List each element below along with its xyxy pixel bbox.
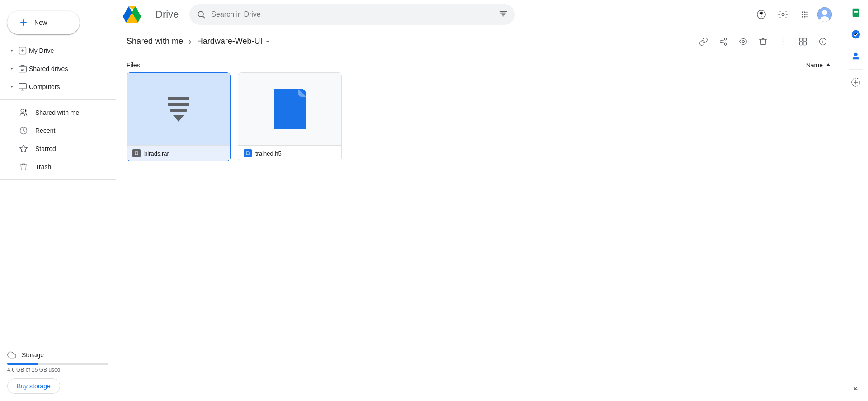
apps-button[interactable]	[796, 5, 814, 24]
sidebar-item-my-drive[interactable]: My Drive	[0, 42, 112, 60]
files-header: Files Name	[127, 54, 832, 72]
svg-point-9	[804, 11, 805, 13]
breadcrumb-current-label: Hardware-Web-UI	[197, 37, 263, 46]
sort-label: Name	[806, 61, 823, 69]
view-grid-button[interactable]	[794, 33, 812, 51]
file-card-trained-h5[interactable]: trained.h5	[238, 72, 342, 161]
sidebar-item-starred[interactable]: Starred	[0, 140, 112, 158]
svg-point-16	[806, 16, 807, 17]
sort-control[interactable]: Name	[806, 61, 832, 69]
avatar[interactable]	[817, 7, 832, 22]
sidebar-item-computers[interactable]: Computers	[0, 78, 112, 96]
sidebar-item-shared-drives[interactable]: Shared drives	[0, 60, 112, 78]
cloud-icon	[7, 350, 16, 359]
svg-point-14	[802, 16, 803, 17]
svg-point-21	[720, 40, 722, 42]
buy-storage-button[interactable]: Buy storage	[7, 378, 60, 394]
file-name-birads: birads.rar	[144, 150, 169, 157]
svg-point-11	[802, 14, 803, 15]
svg-rect-2	[19, 84, 27, 89]
search-filter-icon[interactable]	[499, 10, 508, 19]
files-label: Files	[127, 61, 140, 69]
h5-small-icon	[244, 149, 252, 157]
sidebar-item-shared-drives-label: Shared drives	[29, 65, 68, 72]
svg-point-5	[198, 11, 204, 17]
storage-item[interactable]: Storage	[7, 350, 108, 359]
new-button[interactable]: New	[7, 11, 80, 34]
breadcrumb-separator: ›	[189, 36, 192, 47]
copy-link-button[interactable]	[694, 33, 712, 51]
sidebar-item-recent[interactable]: Recent	[0, 122, 112, 140]
file-grid: birads.rar trained.h5	[127, 72, 832, 161]
new-button-label: New	[34, 19, 47, 26]
sidebar-item-trash-label: Trash	[35, 163, 51, 170]
svg-rect-29	[800, 42, 803, 45]
share-button[interactable]	[714, 33, 732, 51]
clock-icon	[19, 126, 28, 135]
topbar-right	[752, 5, 832, 24]
expand-arrow-my-drive	[7, 46, 16, 55]
breadcrumb-parent[interactable]: Shared with me	[127, 37, 183, 46]
file-footer-birads: birads.rar	[127, 145, 230, 161]
preview-button[interactable]	[734, 33, 752, 51]
h5-thumbnail-icon	[274, 89, 306, 129]
support-button[interactable]	[752, 5, 770, 24]
svg-point-15	[804, 16, 805, 17]
more-options-button[interactable]	[774, 33, 792, 51]
computer-icon	[18, 82, 27, 91]
shared-drives-icon	[18, 64, 27, 73]
plus-icon	[18, 17, 29, 28]
expand-arrow-shared-drives	[7, 64, 16, 73]
sidebar: New My Drive Shared drives Computers	[0, 0, 116, 401]
svg-rect-28	[803, 38, 807, 41]
breadcrumb-bar: Shared with me › Hardware-Web-UI	[116, 29, 843, 54]
app-name: Drive	[156, 9, 179, 20]
content-area: Files Name	[116, 54, 843, 401]
my-drive-icon	[18, 46, 27, 55]
people-icon	[19, 108, 28, 117]
svg-point-26	[783, 43, 784, 45]
storage-bar-background	[7, 363, 108, 365]
sidebar-item-computers-label: Computers	[29, 83, 60, 90]
sidebar-item-my-drive-label: My Drive	[29, 47, 54, 54]
sort-direction-icon	[825, 61, 832, 69]
svg-point-25	[783, 41, 784, 42]
storage-section: Storage 4.6 GB of 15 GB used Buy storage	[0, 347, 116, 397]
delete-button[interactable]	[754, 33, 772, 51]
svg-point-18	[822, 10, 827, 15]
sidebar-item-shared-with-me-label: Shared with me	[35, 109, 79, 116]
sidebar-item-trash[interactable]: Trash	[0, 158, 112, 176]
svg-point-3	[21, 109, 24, 113]
sidebar-item-starred-label: Starred	[35, 145, 56, 152]
file-footer-trained: trained.h5	[238, 145, 341, 161]
right-panel-add-button[interactable]	[847, 73, 865, 91]
svg-rect-30	[803, 42, 807, 45]
right-panel-expand-button[interactable]	[847, 379, 865, 397]
svg-point-8	[802, 11, 803, 13]
file-thumbnail-trained	[238, 73, 341, 145]
right-panel-tasks-button[interactable]	[847, 25, 865, 43]
file-card-birads-rar[interactable]: birads.rar	[127, 72, 231, 161]
rar-small-icon	[132, 149, 141, 157]
svg-point-10	[806, 11, 807, 13]
rar-thumbnail-icon	[168, 97, 189, 122]
svg-point-7	[782, 13, 784, 16]
svg-point-34	[854, 53, 857, 56]
storage-used-text: 4.6 GB of 15 GB used	[7, 367, 108, 373]
star-icon	[19, 144, 28, 153]
search-bar[interactable]	[189, 4, 515, 25]
storage-bar-fill	[7, 363, 38, 365]
info-button[interactable]	[814, 33, 832, 51]
search-icon	[197, 10, 206, 19]
drive-logo-icon	[123, 6, 141, 23]
right-panel-sheets-button[interactable]	[847, 4, 865, 22]
svg-point-13	[806, 14, 807, 15]
right-panel-contacts-button[interactable]	[847, 47, 865, 65]
sidebar-divider-1	[0, 99, 116, 100]
breadcrumb-actions	[694, 33, 832, 51]
sidebar-divider-2	[0, 179, 116, 180]
settings-button[interactable]	[774, 5, 792, 24]
search-input[interactable]	[211, 10, 493, 19]
breadcrumb-dropdown-arrow[interactable]	[264, 38, 271, 45]
sidebar-item-shared-with-me[interactable]: Shared with me	[0, 104, 112, 122]
